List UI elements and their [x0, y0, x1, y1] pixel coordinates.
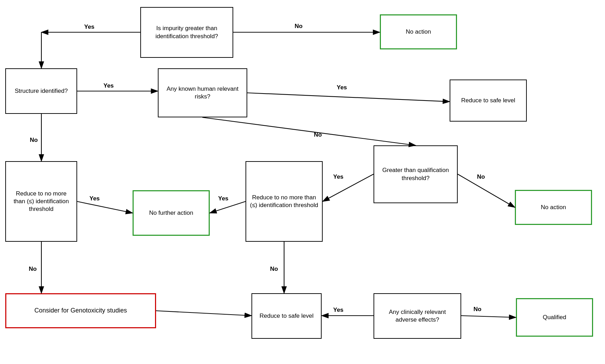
reduce-safe-1-box: Reduce to safe level [450, 80, 527, 122]
svg-text:Yes: Yes [218, 195, 228, 202]
svg-line-26 [156, 311, 251, 316]
reduce-id-2-box: Reduce to no more than (≤) identificatio… [246, 161, 323, 242]
svg-line-16 [210, 201, 246, 213]
svg-text:No: No [295, 23, 303, 29]
svg-line-29 [461, 316, 516, 317]
impurity-question-box: Is impurity greater than identification … [140, 7, 233, 58]
svg-text:No: No [30, 137, 38, 143]
no-further-action-box: No further action [133, 190, 210, 236]
svg-text:Yes: Yes [103, 82, 114, 89]
svg-text:No: No [473, 306, 482, 313]
reduce-id-1-box: Reduce to no more than (≤) identificatio… [5, 161, 77, 242]
greater-qualification-box: Greater than qualification threshold? [374, 145, 458, 203]
genotoxicity-box: Consider for Genotoxicity studies [5, 293, 156, 328]
qualified-box: Qualified [516, 298, 593, 337]
no-action-2-box: No action [515, 190, 592, 225]
reduce-safe-2-box: Reduce to safe level [251, 293, 322, 339]
no-action-1-box: No action [380, 14, 457, 49]
svg-line-12 [202, 117, 416, 145]
structure-identified-box: Structure identified? [5, 68, 77, 114]
known-risks-box: Any known human relevant risks? [158, 68, 247, 117]
svg-text:No: No [29, 266, 37, 272]
svg-text:Yes: Yes [337, 84, 347, 91]
flowchart: Is impurity greater than identification … [0, 0, 605, 364]
clinically-relevant-box: Any clinically relevant adverse effects? [374, 293, 461, 339]
svg-text:No: No [270, 266, 278, 272]
svg-text:Yes: Yes [89, 195, 100, 202]
svg-line-18 [323, 174, 374, 201]
svg-text:No: No [477, 173, 485, 180]
svg-text:Yes: Yes [333, 307, 343, 313]
svg-text:Yes: Yes [84, 23, 94, 30]
svg-text:No: No [314, 131, 322, 138]
svg-line-14 [77, 201, 133, 213]
svg-line-20 [458, 174, 515, 207]
svg-text:Yes: Yes [333, 173, 343, 180]
svg-line-8 [247, 93, 450, 102]
